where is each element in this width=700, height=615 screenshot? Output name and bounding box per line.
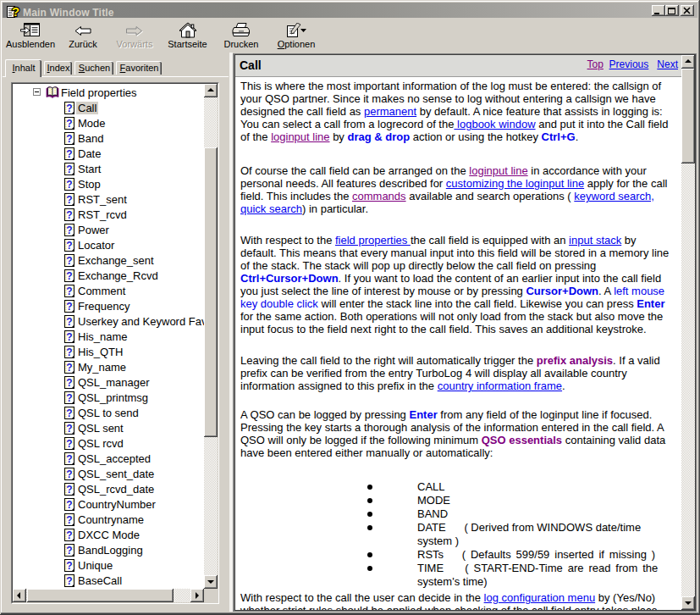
svg-text:?: ? [12, 5, 19, 19]
svg-text:?: ? [66, 224, 72, 236]
svg-text:?: ? [66, 423, 72, 435]
svg-text:?: ? [66, 301, 72, 313]
svg-text:?: ? [66, 179, 72, 191]
svg-text:?: ? [66, 209, 72, 221]
svg-text:?: ? [66, 514, 72, 526]
svg-text:?: ? [66, 346, 72, 358]
svg-text:?: ? [66, 484, 72, 496]
svg-text:?: ? [66, 194, 72, 206]
svg-text:?: ? [66, 575, 72, 587]
svg-text:?: ? [66, 285, 72, 297]
svg-text:?: ? [66, 255, 72, 267]
svg-text:?: ? [66, 362, 72, 374]
svg-text:?: ? [66, 377, 72, 389]
svg-text:?: ? [66, 499, 72, 511]
svg-text:?: ? [66, 453, 72, 465]
svg-text:?: ? [66, 560, 72, 572]
svg-text:?: ? [66, 163, 72, 175]
svg-text:?: ? [66, 240, 72, 252]
svg-text:?: ? [66, 545, 72, 557]
svg-text:?: ? [66, 392, 72, 404]
svg-text:?: ? [66, 102, 72, 114]
svg-text:?: ? [66, 118, 72, 130]
svg-text:?: ? [66, 331, 72, 343]
svg-text:?: ? [66, 316, 72, 328]
svg-text:?: ? [66, 529, 72, 541]
svg-text:?: ? [66, 438, 72, 450]
svg-text:?: ? [66, 270, 72, 282]
svg-text:?: ? [66, 407, 72, 419]
svg-text:?: ? [66, 133, 72, 145]
svg-text:?: ? [66, 148, 72, 160]
svg-text:?: ? [66, 468, 72, 480]
